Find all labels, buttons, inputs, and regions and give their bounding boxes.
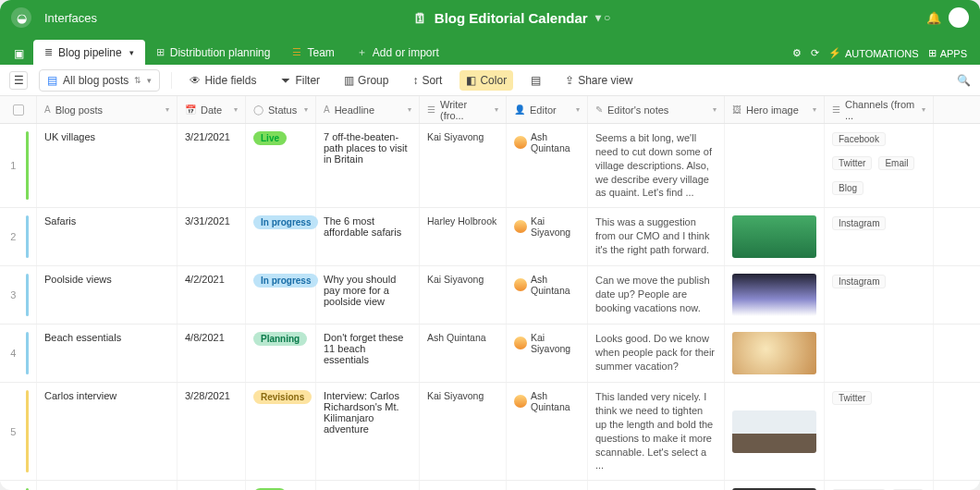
select-all-checkbox[interactable] [0, 96, 37, 123]
cell-channels[interactable]: FacebookBlog [825, 481, 934, 490]
cell-headline[interactable]: Don't forget these 11 beach essentials [316, 325, 420, 382]
cell-headline[interactable]: Don't miss these 10 museums [316, 481, 420, 490]
cell-notes[interactable]: Can we move the publish date up? People … [588, 266, 725, 324]
cell-editor[interactable]: Kai Siyavong [507, 481, 588, 490]
tab-team[interactable]: ☰Team [281, 40, 345, 65]
cell-editor[interactable]: Ash Quintana [507, 383, 588, 480]
channel-tag[interactable]: Blog [832, 181, 864, 195]
table-row[interactable]: 1UK villages3/21/2021Live7 off-the-beate… [0, 124, 980, 208]
cell-channels[interactable]: Instagram [825, 266, 934, 324]
group-button[interactable]: ▥Group [337, 70, 395, 91]
col-status[interactable]: ◯Status▾ [246, 96, 316, 123]
cell-blog[interactable]: Carlos interview [37, 383, 178, 480]
row-select[interactable]: 6 [0, 481, 37, 490]
avatar[interactable] [949, 7, 969, 28]
channel-tag[interactable]: Email [878, 156, 914, 170]
cell-hero[interactable] [725, 383, 825, 480]
cell-editor[interactable]: Ash Quintana [507, 124, 588, 207]
cell-writer[interactable]: Ash Quintana [420, 481, 507, 490]
cell-status[interactable]: Planning [246, 325, 316, 382]
cell-editor[interactable]: Ash Quintana [507, 266, 588, 324]
row-height-button[interactable]: ▤ [524, 70, 547, 91]
cell-writer[interactable]: Harley Holbrook [420, 208, 507, 265]
hero-thumb[interactable] [732, 410, 816, 453]
tab-blog-pipeline[interactable]: ≣Blog pipeline▾ [33, 40, 145, 65]
channel-tag[interactable]: Twitter [832, 156, 872, 170]
cell-headline[interactable]: 7 off-the-beaten-path places to visit in… [316, 124, 420, 207]
channel-tag[interactable]: Instagram [832, 275, 886, 288]
color-button[interactable]: ◧Color [459, 70, 513, 91]
cell-blog[interactable]: Museums [37, 481, 178, 490]
page-title[interactable]: Blog Editorial Calendar [435, 10, 588, 26]
cell-date[interactable]: 3/31/2021 [178, 208, 246, 265]
automations-button[interactable]: ⚡AUTOMATIONS [828, 47, 919, 59]
filter-button[interactable]: ⏷Filter [274, 70, 326, 91]
row-select[interactable]: 3 [0, 266, 37, 324]
cell-blog[interactable]: UK villages [37, 124, 178, 207]
cell-headline[interactable]: Interview: Carlos Richardson's Mt. Kilim… [316, 383, 420, 480]
channel-tag[interactable]: Twitter [832, 391, 872, 405]
cell-headline[interactable]: Why you should pay more for a poolside v… [316, 266, 420, 324]
cell-status[interactable]: Live [246, 124, 316, 207]
title-suffix[interactable]: ▾ ○ [595, 11, 611, 24]
cell-hero[interactable] [725, 208, 825, 265]
cell-date[interactable]: 4/2/2021 [178, 266, 246, 324]
channel-tag[interactable]: Facebook [832, 132, 886, 146]
table-row[interactable]: 4Beach essentials4/8/2021PlanningDon't f… [0, 325, 980, 383]
cell-notes[interactable]: Good to ship! [588, 481, 725, 490]
table-row[interactable]: 5Carlos interview3/28/2021RevisionsInter… [0, 383, 980, 481]
col-writer[interactable]: ☰Writer (fro...▾ [420, 96, 507, 123]
hide-fields-button[interactable]: 👁Hide fields [183, 70, 263, 91]
cell-writer[interactable]: Kai Siyavong [420, 266, 507, 324]
cell-editor[interactable]: Kai Siyavong [507, 208, 588, 265]
share-view-button[interactable]: ⇪Share view [558, 70, 639, 91]
row-select[interactable]: 2 [0, 208, 37, 265]
cell-status[interactable]: In progress [246, 208, 316, 265]
view-picker[interactable]: ▤ All blog posts ⇅ ▾ [39, 69, 160, 92]
cell-hero[interactable] [725, 124, 825, 207]
search-icon[interactable]: 🔍 [957, 74, 971, 87]
cell-notes[interactable]: Seems a bit long, we'll need to cut down… [588, 124, 725, 207]
table-row[interactable]: 2Safaris3/31/2021In progressThe 6 most a… [0, 208, 980, 266]
cell-blog[interactable]: Safaris [37, 208, 178, 265]
cell-hero[interactable] [725, 266, 825, 324]
refresh-icon[interactable]: ⟳ [811, 47, 819, 59]
cell-editor[interactable]: Kai Siyavong [507, 325, 588, 382]
breadcrumb[interactable]: Interfaces [44, 11, 97, 25]
apps-button[interactable]: ⊞APPS [928, 47, 967, 59]
tab-add-or-import[interactable]: ＋Add or import [346, 40, 450, 65]
cell-date[interactable]: 3/28/2021 [178, 383, 246, 480]
tools-icon[interactable]: ⚙ [792, 47, 802, 59]
cell-writer[interactable]: Kai Siyavong [420, 383, 507, 480]
cell-notes[interactable]: This was a suggestion from our CMO and I… [588, 208, 725, 265]
hero-thumb[interactable] [732, 274, 816, 316]
row-select[interactable]: 5 [0, 383, 37, 480]
cell-channels[interactable]: Instagram [825, 208, 934, 265]
cell-date[interactable]: 3/21/2021 [178, 124, 246, 207]
col-date[interactable]: 📅Date▾ [178, 96, 246, 123]
row-select[interactable]: 1 [0, 124, 37, 207]
cell-blog[interactable]: Beach essentials [37, 325, 178, 382]
cell-date[interactable]: 4/8/2021 [178, 325, 246, 382]
cell-hero[interactable] [725, 325, 825, 382]
cell-blog[interactable]: Poolside views [37, 266, 178, 324]
col-headline[interactable]: AHeadline▾ [316, 96, 420, 123]
col-editor[interactable]: 👤Editor▾ [507, 96, 588, 123]
cell-hero[interactable] [725, 481, 825, 490]
table-row[interactable]: 6Museums4/13/2021LiveDon't miss these 10… [0, 481, 980, 490]
bell-icon[interactable]: 🔔 [926, 11, 941, 25]
cell-status[interactable]: In progress [246, 266, 316, 324]
cell-channels[interactable]: FacebookTwitterEmailBlog [825, 124, 934, 207]
cell-date[interactable]: 4/13/2021 [178, 481, 246, 490]
app-logo-icon[interactable]: ◒ [11, 7, 31, 28]
cell-notes[interactable]: Looks good. Do we know when people pack … [588, 325, 725, 382]
cell-headline[interactable]: The 6 most affordable safaris [316, 208, 420, 265]
cell-notes[interactable]: This landed very nicely. I think we need… [588, 383, 725, 480]
sort-button[interactable]: ↕Sort [406, 70, 448, 91]
cell-status[interactable]: Revisions [246, 383, 316, 480]
channel-tag[interactable]: Instagram [832, 216, 886, 230]
col-hero[interactable]: 🖼Hero image▾ [725, 96, 825, 123]
cell-writer[interactable]: Kai Siyavong [420, 124, 507, 207]
cell-status[interactable]: Live [246, 481, 316, 490]
hero-thumb[interactable] [732, 332, 816, 374]
